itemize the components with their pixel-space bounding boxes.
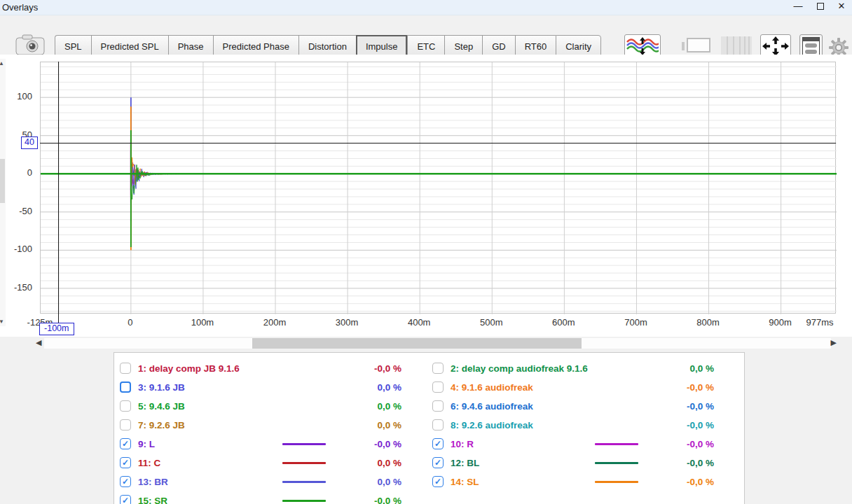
measurement-label: 11: C	[138, 458, 160, 468]
trace-line-sample	[282, 481, 326, 483]
trace-line-sample	[595, 481, 638, 483]
window-title: Overlays	[2, 2, 38, 13]
legend-row: ✓11: C0,0 %	[120, 455, 428, 470]
legend-row: 2: delay comp audiofreak 9.1.60,0 %	[432, 360, 741, 376]
measurement-value: -0,0 %	[672, 420, 714, 430]
horizontal-scroll-thumb[interactable]	[252, 338, 582, 349]
measurement-checkbox[interactable]	[432, 363, 444, 374]
legend-row: ✓9: L-0,0 %	[120, 436, 428, 451]
y-tick-label: -150	[3, 282, 32, 293]
trace-line-sample	[595, 443, 638, 445]
measurement-checkbox[interactable]: ✓	[432, 457, 444, 468]
measurement-checkbox[interactable]	[120, 400, 131, 412]
measurement-checkbox[interactable]	[120, 382, 131, 393]
x-tick-label: 900m	[769, 317, 792, 328]
legend-row: 8: 9.2.6 audiofreak-0,0 %	[432, 417, 741, 433]
y-tick-label: 100	[3, 91, 32, 102]
measurement-value: -0,0 %	[359, 363, 401, 374]
measurement-label: 4: 9.1.6 audiofreak	[451, 382, 533, 393]
measurement-label: 12: BL	[451, 458, 479, 468]
cursor-horizontal-line	[40, 143, 836, 144]
camera-icon	[15, 34, 45, 56]
measurement-checkbox[interactable]	[120, 419, 131, 430]
legend-row: 6: 9.4.6 audiofreak-0,0 %	[432, 398, 741, 414]
x-tick-label: 100m	[191, 317, 214, 328]
measurement-label: 1: delay comp JB 9.1.6	[138, 363, 240, 374]
x-tick-label: 600m	[552, 317, 575, 328]
measurement-checkbox[interactable]: ✓	[120, 438, 131, 449]
close-button[interactable]: ✕	[831, 0, 852, 14]
measurement-value: 0,0 %	[672, 363, 714, 374]
impulse-plot[interactable]	[40, 62, 836, 314]
trace-line-sample	[595, 462, 638, 464]
scroll-up-icon[interactable]: ▲	[0, 60, 4, 66]
measurement-checkbox[interactable]: ✓	[432, 476, 444, 487]
measurement-checkbox[interactable]: ✓	[120, 476, 131, 487]
cursor-vertical-line	[58, 62, 59, 323]
legend-row: 7: 9.2.6 JB0,0 %	[120, 417, 428, 433]
legend-row: 5: 9.4.6 JB0,0 %	[120, 398, 428, 414]
x-tick-label: 200m	[263, 317, 287, 328]
titlebar: Overlays — ✕	[0, 0, 852, 15]
measurement-value: 0,0 %	[359, 458, 401, 468]
legend-row: 4: 9.1.6 audiofreak-0,0 %	[432, 379, 741, 395]
pan-arrows-icon	[762, 36, 789, 56]
maximize-icon	[817, 3, 824, 10]
measurement-value: 0,0 %	[359, 420, 401, 430]
measurement-value: 0,0 %	[359, 382, 401, 393]
measurement-label: 10: R	[451, 439, 474, 449]
measurement-label: 6: 9.4.6 audiofreak	[451, 401, 533, 412]
x-tick-label: 400m	[408, 317, 431, 328]
x-tick-label: 800m	[696, 317, 720, 328]
maximize-button[interactable]	[810, 0, 831, 14]
trace-line-sample	[282, 462, 326, 464]
trace-line-sample	[282, 443, 326, 445]
legend-row: ✓10: R-0,0 %	[432, 436, 741, 451]
toolbar: % SPLPredicted SPLPhasePredicted PhaseDi…	[0, 15, 852, 55]
cursor-y-value-box: 40	[21, 136, 38, 149]
measurement-label: 9: L	[138, 439, 155, 449]
measurement-checkbox[interactable]	[432, 382, 444, 393]
trace-line-sample	[282, 500, 326, 502]
measurement-value: -0,0 %	[672, 477, 714, 487]
horizontal-scrollbar[interactable]: ◀ ▶	[0, 337, 852, 351]
capture-image-button[interactable]	[15, 34, 45, 56]
measurement-checkbox[interactable]	[432, 419, 444, 430]
measurement-value: -0,0 %	[672, 458, 714, 468]
x-tick-label: 700m	[624, 317, 647, 328]
measurement-checkbox[interactable]: ✓	[120, 495, 131, 504]
measurement-value: -0,0 %	[359, 439, 401, 449]
measurement-checkbox[interactable]: ✓	[432, 438, 444, 449]
measurement-label: 2: delay comp audiofreak 9.1.6	[451, 363, 588, 374]
horizontal-scroll-track[interactable]	[44, 338, 831, 349]
measurement-label: 7: 9.2.6 JB	[138, 420, 185, 430]
scroll-left-icon[interactable]: ◀	[36, 338, 41, 347]
legend-row: ✓13: BR0,0 %	[120, 474, 428, 489]
legend-row: 1: delay comp JB 9.1.6-0,0 %	[120, 360, 428, 376]
measurement-label: 5: 9.4.6 JB	[138, 401, 185, 412]
legend-row: 3: 9.1.6 JB0,0 %	[120, 379, 428, 395]
y-tick-label: 0	[3, 167, 32, 178]
measurement-value: 0,0 %	[359, 477, 401, 487]
x-tick-label: 500m	[480, 317, 503, 328]
scroll-right-icon[interactable]: ▶	[831, 338, 837, 347]
measurement-label: 3: 9.1.6 JB	[138, 382, 185, 393]
minimize-button[interactable]: —	[788, 0, 809, 14]
measurement-label: 8: 9.2.6 audiofreak	[451, 420, 533, 430]
measurement-checkbox[interactable]: ✓	[120, 457, 131, 468]
measurement-label: 15: SR	[138, 496, 167, 504]
measurement-value: -0,0 %	[672, 401, 714, 412]
measurement-legend: 1: delay comp JB 9.1.6-0,0 %3: 9.1.6 JB0…	[114, 352, 745, 504]
measurement-checkbox[interactable]	[432, 400, 444, 412]
vertical-scroll-thumb[interactable]	[0, 159, 5, 203]
x-tick-label: 977ms	[806, 317, 833, 328]
legend-row: ✓15: SR-0,0 %	[120, 493, 428, 504]
legend-row: ✓12: BL-0,0 %	[432, 455, 741, 470]
scroll-down-icon[interactable]: ▼	[0, 318, 4, 325]
y-tick-label: -100	[3, 244, 32, 254]
measurement-value: -0,0 %	[672, 439, 714, 449]
legend-row: ✓14: SL-0,0 %	[432, 474, 741, 489]
measurement-checkbox[interactable]	[120, 363, 131, 374]
x-tick-label: 300m	[336, 317, 359, 328]
measurement-value: -0,0 %	[359, 496, 401, 504]
